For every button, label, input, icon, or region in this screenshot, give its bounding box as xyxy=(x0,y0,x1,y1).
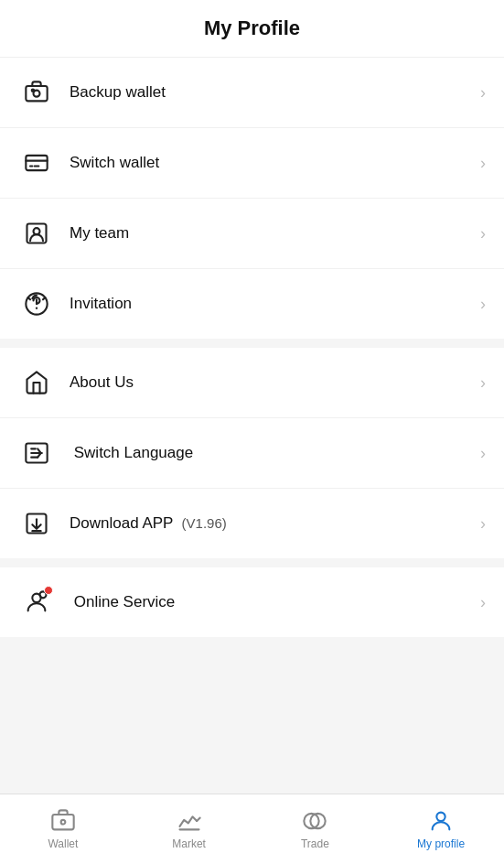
nav-wallet[interactable]: Wallet xyxy=(0,801,126,858)
main-content: My Profile Backup wallet › xyxy=(0,0,504,794)
svg-rect-15 xyxy=(52,815,73,829)
svg-point-20 xyxy=(436,813,445,821)
svg-point-7 xyxy=(36,308,38,309)
my-team-label: My team xyxy=(70,224,480,243)
svg-line-9 xyxy=(43,297,45,299)
switch-wallet-label: Switch wallet xyxy=(70,154,480,172)
my-team-icon xyxy=(18,215,55,252)
svg-point-5 xyxy=(34,228,40,234)
page-header: My Profile xyxy=(0,0,504,58)
download-app-icon xyxy=(18,505,55,542)
download-app-item[interactable]: Download APP (V1.96) › xyxy=(0,489,504,558)
backup-wallet-chevron: › xyxy=(480,83,486,103)
section-main: Backup wallet › Switch wallet › xyxy=(0,58,504,339)
svg-rect-3 xyxy=(26,156,47,170)
svg-point-16 xyxy=(61,820,66,825)
invitation-label: Invitation xyxy=(70,295,480,313)
nav-my-profile[interactable]: My profile xyxy=(378,801,504,858)
about-us-chevron: › xyxy=(480,373,486,393)
trade-nav-icon xyxy=(302,808,327,834)
online-service-item[interactable]: Online Service › xyxy=(0,567,504,637)
svg-line-8 xyxy=(28,297,30,299)
nav-market[interactable]: Market xyxy=(126,801,252,858)
switch-language-item[interactable]: Switch Language › xyxy=(0,418,504,489)
my-team-item[interactable]: My team › xyxy=(0,199,504,269)
download-app-chevron: › xyxy=(480,514,486,534)
invitation-chevron: › xyxy=(480,295,486,314)
online-service-chevron: › xyxy=(480,593,486,612)
backup-wallet-label: Backup wallet xyxy=(70,83,480,102)
nav-trade[interactable]: Trade xyxy=(252,801,379,858)
app-version: (V1.96) xyxy=(182,515,227,531)
switch-language-label: Switch Language xyxy=(70,444,480,462)
switch-language-icon xyxy=(18,435,55,471)
switch-language-chevron: › xyxy=(480,444,486,463)
backup-wallet-icon xyxy=(18,74,55,111)
switch-wallet-chevron: › xyxy=(480,154,486,173)
about-us-label: About Us xyxy=(70,373,480,392)
bottom-nav: Wallet Market Trade My profile xyxy=(0,794,504,864)
my-team-chevron: › xyxy=(480,224,486,243)
about-us-item[interactable]: About Us › xyxy=(0,348,504,418)
switch-wallet-icon xyxy=(18,145,55,181)
market-nav-icon xyxy=(177,808,202,834)
page-title: My Profile xyxy=(0,16,504,40)
backup-wallet-item[interactable]: Backup wallet › xyxy=(0,58,504,128)
switch-wallet-item[interactable]: Switch wallet › xyxy=(0,128,504,199)
notification-dot xyxy=(44,586,53,595)
online-service-icon xyxy=(18,584,55,621)
section-secondary: About Us › Switch Language › xyxy=(0,348,504,558)
invitation-item[interactable]: Invitation › xyxy=(0,269,504,339)
online-service-label: Online Service xyxy=(70,593,480,611)
download-app-label: Download APP (V1.96) xyxy=(70,514,480,533)
svg-rect-0 xyxy=(26,86,47,101)
section-tertiary: Online Service › xyxy=(0,567,504,637)
wallet-nav-icon xyxy=(50,808,76,834)
svg-point-2 xyxy=(32,90,34,92)
nav-market-label: Market xyxy=(172,837,206,850)
about-us-icon xyxy=(18,364,55,401)
invitation-icon xyxy=(18,286,55,322)
myprofile-nav-icon xyxy=(428,808,454,834)
nav-my-profile-label: My profile xyxy=(417,837,465,850)
nav-wallet-label: Wallet xyxy=(48,837,78,850)
nav-trade-label: Trade xyxy=(301,837,329,850)
